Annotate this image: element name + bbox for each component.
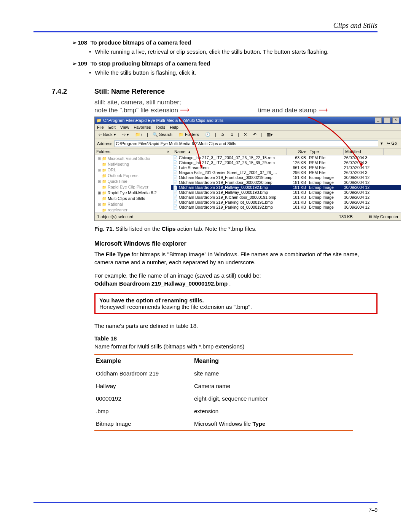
search-button[interactable]: 🔍 Search — [151, 132, 174, 137]
tree-node[interactable]: ORL — [98, 167, 170, 173]
address-input[interactable] — [115, 140, 378, 147]
tree-node[interactable]: NetMeeting — [98, 161, 170, 167]
status-size: 180 KB — [339, 214, 353, 219]
tree-node[interactable]: Rational — [98, 201, 170, 207]
folder-icon: 📁 — [96, 118, 102, 123]
undo-icon[interactable]: ↶ — [252, 132, 258, 137]
body-paragraph: For example, the file name of an image (… — [94, 272, 378, 288]
col-name[interactable]: Name ▴ — [171, 149, 287, 155]
table-header-example: Example — [94, 355, 193, 367]
folders-pane-title: Folders — [96, 149, 110, 154]
chapter-title: Clips and Stills — [33, 21, 378, 30]
arrow-icon: ➢ — [72, 40, 77, 46]
views-icon[interactable]: ▥▾ — [265, 132, 274, 137]
col-modified[interactable]: Modified — [344, 149, 384, 155]
go-button[interactable]: ↪ Go — [385, 141, 398, 146]
sub-heading: Microsoft Windows file explorer — [94, 240, 378, 247]
delete-icon[interactable]: ✕ — [242, 132, 249, 137]
menu-file[interactable]: File — [97, 125, 104, 129]
file-row[interactable]: 📄 Oddham Boardroom 219_Hallway_00000193.… — [171, 190, 401, 195]
table-row: 00000192eight-digit, sequence number — [94, 392, 353, 405]
tree-node[interactable]: Microsoft Visual Studio — [98, 156, 170, 161]
file-row[interactable]: 📄 Oddham Boardroom 219_Hallway_00000192.… — [171, 185, 401, 190]
note-box: You have the option of renaming stills. … — [94, 293, 378, 314]
close-button[interactable]: × — [392, 117, 399, 123]
figure-caption: Fig. 71. Stills listed on the Clips acti… — [94, 225, 378, 232]
file-row[interactable]: 📄 Chicago_lab 217_3_LTZ_2004_07_26_15_22… — [171, 155, 401, 160]
menu-edit[interactable]: Edit — [108, 125, 116, 129]
address-label: Address — [97, 141, 112, 146]
window-title: C:\Program Files\Rapid Eye Multi-Media 6… — [103, 118, 223, 123]
folder-tree[interactable]: Microsoft Visual StudioNetMeetingORLOutl… — [95, 155, 171, 212]
bottom-rule — [33, 502, 378, 503]
status-bar: 1 object(s) selected 180 KB 🖥 My Compute… — [95, 212, 401, 220]
file-list: Name ▴ Size Type Modified 📄 Chicago_lab … — [171, 149, 401, 212]
toolbar: ⇦ Back ▾ ⇨ ▾ 📁↑ | 🔍 Search 📁 Folders 🕘 |… — [95, 131, 401, 139]
folders-button[interactable]: 📁 Folders — [177, 132, 201, 137]
menu-tools[interactable]: Tools — [156, 125, 166, 129]
body-paragraph: The name's parts are defined in table 18… — [94, 322, 378, 330]
up-button[interactable]: 📁↑ — [134, 132, 144, 137]
tree-node[interactable]: Multi Clips and Stills — [98, 196, 170, 201]
procedure-109-step: •While the stills button is flashing, cl… — [52, 69, 378, 77]
menu-help[interactable]: Help — [170, 125, 178, 129]
list-header[interactable]: Name ▴ Size Type Modified — [171, 149, 401, 155]
table-caption: Name format for Multi stills (bitmaps wi… — [94, 342, 378, 350]
tree-node[interactable]: Rapid Eye Multi-Media 6.2 — [98, 190, 170, 196]
tree-node[interactable]: Rapid Eye Clip Player — [98, 184, 170, 190]
maximize-button[interactable]: □ — [384, 117, 390, 123]
menu-view[interactable]: View — [120, 125, 129, 129]
table-row: Oddham Boardroom 219site name — [94, 367, 353, 380]
page-number: 7–9 — [369, 507, 378, 513]
file-row[interactable]: 📄 Oddham Boardroom 219_Parking lot_00000… — [171, 205, 401, 210]
top-rule — [33, 31, 378, 32]
window-titlebar: 📁 C:\Program Files\Rapid Eye Multi-Media… — [95, 117, 401, 124]
file-row[interactable]: 📄 Oddham Boardroom 219_Parking lot_00000… — [171, 200, 401, 205]
copy-to-icon[interactable]: ➲ — [229, 132, 235, 137]
file-row[interactable]: 📄 Late Stream.rem661 KBREM File21/07/200… — [171, 165, 401, 170]
minimize-button[interactable]: _ — [375, 117, 382, 123]
status-location: 🖥 My Computer — [368, 214, 398, 219]
file-row[interactable]: 📄 Oddham Boardroom 219_Kitchen door_0000… — [171, 195, 401, 200]
menu-bar: FileEditViewFavoritesToolsHelp — [95, 124, 401, 131]
file-row[interactable]: 📄 Niagara Falls_231 Grenier Street_LTZ_2… — [171, 170, 401, 175]
body-paragraph: The File Type for bitmaps is "Bitmap Ima… — [94, 250, 378, 266]
explorer-screenshot: 📁 C:\Program Files\Rapid Eye Multi-Media… — [94, 117, 401, 221]
table-row: Bitmap ImageMicrosoft Windows file Type — [94, 417, 353, 430]
name-format-table: Example Meaning Oddham Boardroom 219site… — [94, 354, 353, 431]
menu-favorites[interactable]: Favorites — [134, 125, 151, 129]
tree-node[interactable]: Outlook Express — [98, 173, 170, 179]
table-row: HallwayCamera name — [94, 380, 353, 392]
status-selection: 1 object(s) selected — [97, 214, 133, 219]
col-type[interactable]: Type — [308, 149, 344, 155]
file-row[interactable]: 📄 Oddham Boardroom 219_Front door_000002… — [171, 180, 401, 185]
address-bar: Address ▾ ↪ Go — [95, 139, 401, 149]
table-header-meaning: Meaning — [193, 355, 353, 367]
note-title: You have the option of renaming stills. — [99, 297, 204, 304]
forward-button[interactable]: ⇨ ▾ — [121, 132, 131, 137]
procedure-109-heading: ➢109 To stop producing bitmaps of a came… — [52, 60, 378, 67]
arrow-icon: ➢ — [72, 61, 77, 67]
note-text: Honeywell recommends leaving the file ex… — [99, 304, 373, 310]
move-to-icon[interactable]: ➲ — [219, 132, 226, 137]
file-row[interactable]: 📄 Chicago_lab 217_3_LTZ_2004_07_26_15_39… — [171, 160, 401, 165]
address-dropdown-icon[interactable]: ▾ — [381, 141, 383, 146]
col-size[interactable]: Size — [287, 149, 308, 155]
folders-pane-close-icon[interactable]: × — [167, 149, 169, 154]
procedure-108-heading: ➢108 To produce bitmaps of a camera feed — [52, 39, 378, 46]
history-icon[interactable]: 🕘 — [204, 132, 212, 137]
procedure-108-step: •While running a live, retrieval or clip… — [52, 48, 378, 56]
back-button[interactable]: ⇦ Back ▾ — [97, 132, 118, 137]
section-number: 7.4.2 — [52, 88, 94, 96]
tree-node[interactable]: regcleaner — [98, 207, 170, 212]
file-row[interactable]: 📄 Oddham Boardroom 219_Front door_000002… — [171, 175, 401, 180]
figure-annotation: still: site, camera, still number; note … — [94, 99, 378, 114]
table-row: .bmpextension — [94, 405, 353, 417]
section-title: Still: Name Reference — [94, 88, 165, 96]
tree-node[interactable]: QuickTime — [98, 179, 170, 184]
folders-pane: Folders × Microsoft Visual StudioNetMeet… — [95, 149, 171, 212]
table-title: Table 18 — [94, 335, 378, 342]
